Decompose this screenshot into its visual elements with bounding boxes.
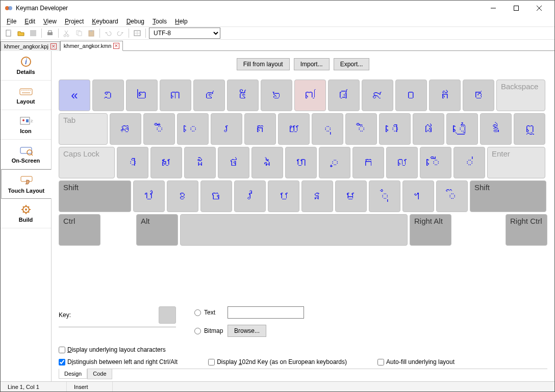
key[interactable]: ើ: [420, 147, 451, 178]
key[interactable]: ង: [251, 147, 283, 178]
sidebar-item-build[interactable]: Build: [1, 199, 51, 228]
key[interactable]: ១: [92, 80, 124, 111]
key[interactable]: ដ: [184, 147, 216, 178]
minimize-button[interactable]: [482, 1, 504, 15]
key[interactable]: Right Ctrl: [506, 214, 547, 246]
doc-tab-kpj[interactable]: khmer_angkor.kpj ✕: [1, 41, 60, 51]
key[interactable]: វ: [234, 180, 266, 212]
open-icon[interactable]: [16, 28, 26, 38]
key[interactable]: ា: [117, 147, 148, 178]
key[interactable]: ០: [395, 80, 427, 111]
undo-icon[interactable]: [103, 28, 113, 38]
key[interactable]: Alt: [136, 214, 178, 246]
key[interactable]: ២: [126, 80, 158, 111]
key[interactable]: Shift: [470, 180, 546, 212]
key[interactable]: ឪ: [480, 113, 512, 145]
menu-tools[interactable]: Tools: [148, 17, 171, 26]
bitmap-radio[interactable]: [194, 328, 201, 334]
key[interactable]: ឲ: [463, 80, 494, 111]
chk-102[interactable]: [208, 359, 215, 365]
key[interactable]: Tab: [59, 113, 108, 145]
key[interactable]: ឋ: [133, 180, 165, 212]
key[interactable]: Ctrl: [59, 214, 100, 246]
key[interactable]: ៧: [294, 80, 326, 111]
fill-from-layout-button[interactable]: Fill from layout: [237, 58, 290, 70]
key[interactable]: ់: [453, 147, 485, 178]
menu-view[interactable]: View: [39, 17, 61, 26]
menu-file[interactable]: File: [3, 17, 20, 26]
key[interactable]: ុ: [312, 113, 343, 145]
key[interactable]: ម: [335, 180, 367, 212]
key[interactable]: ្: [319, 147, 350, 178]
key[interactable]: ឆ: [110, 113, 141, 145]
text-input[interactable]: [228, 306, 304, 319]
cut-icon[interactable]: [62, 28, 72, 38]
key[interactable]: ិ: [345, 113, 377, 145]
import-button[interactable]: Import...: [294, 58, 330, 70]
key[interactable]: ៥: [227, 80, 259, 111]
close-icon[interactable]: ✕: [51, 43, 57, 49]
export-button[interactable]: Export...: [334, 58, 370, 70]
close-icon[interactable]: ✕: [113, 43, 119, 49]
print-icon[interactable]: [45, 28, 55, 38]
paste-icon[interactable]: [86, 28, 96, 38]
key[interactable]: [180, 214, 408, 246]
save-icon[interactable]: [28, 28, 38, 38]
key[interactable]: Right Alt: [410, 214, 451, 246]
key[interactable]: ៦: [261, 80, 292, 111]
key[interactable]: ៣: [160, 80, 191, 111]
menu-project[interactable]: Project: [61, 17, 88, 26]
key[interactable]: Caps Lock: [59, 147, 115, 178]
menu-debug[interactable]: Debug: [122, 17, 148, 26]
key[interactable]: ៩: [362, 80, 393, 111]
key[interactable]: ត: [244, 113, 276, 145]
doc-tab-kmn[interactable]: khmer_angkor.kmn ✕: [60, 41, 123, 51]
sidebar-item-touchlayout[interactable]: Touch Layout: [1, 169, 52, 199]
menu-edit[interactable]: Edit: [20, 17, 39, 26]
key[interactable]: ហ: [285, 147, 317, 178]
tab-design[interactable]: Design: [59, 369, 87, 379]
key[interactable]: ៨: [328, 80, 360, 111]
key[interactable]: Shift: [59, 180, 131, 212]
tab-code[interactable]: Code: [87, 369, 112, 379]
key[interactable]: ន: [301, 180, 333, 212]
key[interactable]: [103, 214, 134, 246]
menu-keyboard[interactable]: Keyboard: [88, 17, 122, 26]
sidebar-item-onscreen[interactable]: On-Screen: [1, 140, 51, 169]
sidebar-item-icon[interactable]: 2: Icon: [1, 110, 51, 140]
key[interactable]: [453, 214, 503, 246]
close-button[interactable]: [527, 1, 550, 15]
key[interactable]: «: [59, 80, 90, 111]
sidebar-item-details[interactable]: i Details: [1, 51, 51, 81]
chk-distinguish[interactable]: [59, 359, 65, 365]
key[interactable]: ស: [150, 147, 182, 178]
key[interactable]: ល: [386, 147, 418, 178]
text-radio[interactable]: [194, 309, 201, 316]
new-icon[interactable]: [4, 28, 14, 38]
chk-autofill[interactable]: [377, 359, 384, 365]
sidebar-item-layout[interactable]: Layout: [1, 81, 51, 110]
key[interactable]: ៊: [436, 180, 468, 212]
key[interactable]: Backspace: [496, 80, 545, 111]
maximize-button[interactable]: [504, 1, 527, 15]
browse-button[interactable]: Browse...: [228, 325, 266, 337]
key[interactable]: ក: [352, 147, 384, 178]
key[interactable]: ឮ: [514, 113, 545, 145]
key[interactable]: ផ: [413, 113, 444, 145]
key[interactable]: ុំ: [369, 180, 400, 212]
menu-help[interactable]: Help: [171, 17, 192, 26]
key[interactable]: ោ: [379, 113, 411, 145]
key[interactable]: ច: [200, 180, 232, 212]
key[interactable]: Enter: [487, 147, 545, 178]
charmap-icon[interactable]: [132, 28, 142, 38]
encoding-select[interactable]: UTF-8: [149, 28, 220, 39]
copy-icon[interactable]: [74, 28, 84, 38]
key[interactable]: ។: [402, 180, 434, 212]
chk-underlying[interactable]: [59, 347, 65, 353]
key[interactable]: រ: [211, 113, 242, 145]
key[interactable]: ៀ: [446, 113, 478, 145]
redo-icon[interactable]: [115, 28, 125, 38]
key[interactable]: ប: [268, 180, 299, 212]
key[interactable]: េ: [177, 113, 209, 145]
key[interactable]: ថ: [218, 147, 249, 178]
